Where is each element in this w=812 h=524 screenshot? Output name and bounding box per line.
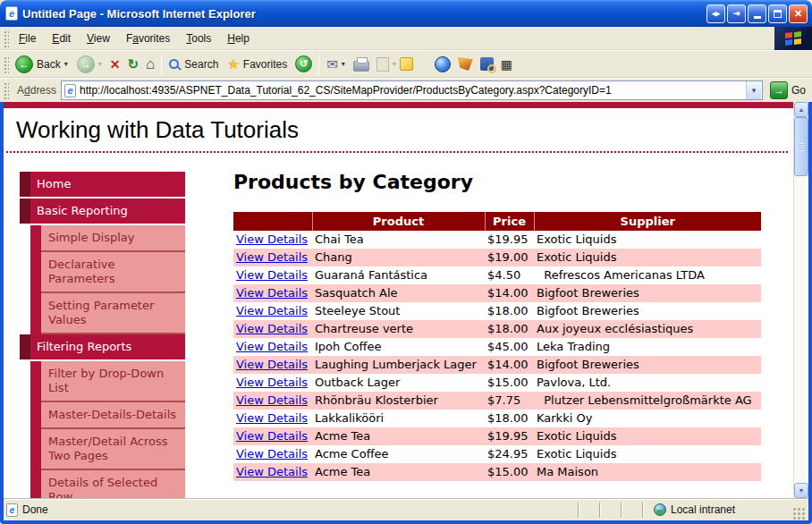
close-button[interactable]: ✕	[789, 4, 808, 23]
menu-help[interactable]: Help	[219, 29, 258, 48]
view-details-link[interactable]: View Details	[236, 411, 308, 425]
sidebar-item[interactable]: Basic Reporting	[20, 199, 185, 224]
address-input[interactable]: e http://localhost:4935/ASPNET_Data_Tuto…	[61, 80, 763, 100]
search-button[interactable]: Search	[165, 56, 223, 72]
sidebar-item[interactable]: Filter by Drop-Down List	[30, 361, 185, 402]
menu-edit[interactable]: Edit	[44, 29, 79, 48]
sidebar-item[interactable]: Setting Parameter Values	[30, 293, 185, 334]
scroll-up-button[interactable]: ▲	[794, 102, 808, 117]
table-row: View DetailsSteeleye Stout$18.00Bigfoot …	[233, 302, 761, 320]
window-title: Untitled Page - Microsoft Internet Explo…	[22, 7, 706, 21]
edit-button[interactable]	[373, 55, 393, 73]
back-button[interactable]: ← Back ▾	[11, 54, 72, 75]
sidebar-item[interactable]: Declarative Parameters	[30, 252, 185, 293]
product-cell: Acme Tea	[312, 427, 485, 445]
nav-edge	[30, 402, 41, 429]
nav-edge	[30, 225, 41, 252]
encoding-addon-button[interactable]: ▦	[497, 55, 516, 73]
status-text: Done	[22, 503, 48, 516]
view-details-link[interactable]: View Details	[236, 376, 308, 389]
title-extra-popout-button[interactable]: ⇥	[727, 4, 746, 23]
products-table: ProductPriceSupplier View DetailsChai Te…	[233, 212, 761, 481]
resize-grip[interactable]	[793, 508, 806, 520]
scrollbar-thumb[interactable]	[794, 117, 808, 176]
view-details-link[interactable]: View Details	[236, 250, 308, 264]
back-dropdown-icon[interactable]: ▾	[64, 60, 68, 68]
print-button[interactable]	[350, 55, 373, 73]
product-cell: Acme Tea	[312, 463, 485, 481]
go-button[interactable]: → Go	[767, 81, 808, 99]
view-details-link[interactable]: View Details	[236, 304, 308, 317]
menu-file[interactable]: File	[11, 29, 44, 48]
zone-label: Local intranet	[671, 503, 735, 516]
view-details-link[interactable]: View Details	[236, 465, 308, 478]
mail-button[interactable]: ✉ ▾	[322, 55, 350, 74]
refresh-button[interactable]: ↻	[123, 55, 142, 74]
view-details-link[interactable]: View Details	[236, 232, 308, 246]
view-details-link[interactable]: View Details	[236, 268, 308, 282]
supplier-cell: Exotic Liquids	[534, 231, 761, 249]
minimize-button[interactable]	[748, 4, 766, 23]
messenger-button[interactable]	[431, 55, 454, 74]
maximize-button[interactable]	[768, 4, 787, 23]
address-label: Address	[17, 84, 56, 97]
sidebar-item[interactable]: Master/Detail Across Two Pages	[30, 429, 185, 470]
product-cell: Steeleye Stout	[312, 302, 485, 320]
home-icon: ⌂	[146, 55, 155, 73]
nav-edge	[20, 334, 30, 359]
menu-favorites[interactable]: Favorites	[118, 29, 178, 48]
view-details-link[interactable]: View Details	[236, 286, 308, 300]
menu-bar: FileEditViewFavoritesToolsHelp	[0, 27, 812, 50]
table-row: View DetailsIpoh Coffee$45.00Leka Tradin…	[233, 338, 761, 356]
nav-edge	[30, 470, 41, 498]
menu-view[interactable]: View	[79, 29, 118, 48]
table-row: View DetailsLaughing Lumberjack Lager$14…	[233, 356, 761, 374]
sidebar-nav: HomeBasic ReportingSimple DisplayDeclara…	[20, 172, 185, 498]
nav-edge	[30, 361, 41, 402]
nav-label: Setting Parameter Values	[41, 293, 185, 334]
toolbar-grip-icon[interactable]	[3, 55, 9, 73]
address-dropdown-button[interactable]: ▾	[746, 81, 761, 99]
view-details-link[interactable]: View Details	[236, 447, 308, 461]
discuss-button[interactable]	[396, 55, 417, 72]
supplier-cell: Exotic Liquids	[534, 249, 761, 266]
site-title: Working with Data Tutorials	[16, 116, 793, 144]
price-cell: $18.00	[485, 410, 534, 427]
forward-button[interactable]: → ▾	[72, 54, 106, 75]
view-details-link[interactable]: View Details	[236, 340, 308, 353]
forward-dropdown-icon: ▾	[98, 60, 102, 68]
vertical-scrollbar[interactable]: ▲ ▼	[793, 102, 808, 498]
nav-label: Filter by Drop-Down List	[41, 361, 185, 402]
history-button[interactable]: ↺	[292, 54, 316, 74]
view-details-link[interactable]: View Details	[236, 393, 308, 407]
sidebar-item[interactable]: Home	[20, 172, 185, 197]
view-details-link[interactable]: View Details	[236, 429, 308, 443]
scrollbar-track[interactable]	[794, 176, 808, 483]
nav-label: Simple Display	[41, 225, 185, 252]
status-page-icon: e	[6, 503, 18, 517]
toolbar-grip-icon[interactable]	[3, 30, 9, 47]
view-details-link[interactable]: View Details	[236, 322, 308, 335]
price-cell: $19.00	[485, 249, 534, 266]
sidebar-item[interactable]: Simple Display	[30, 225, 185, 252]
menu-tools[interactable]: Tools	[178, 29, 219, 48]
favorites-button[interactable]: ★ Favorites	[223, 55, 292, 74]
sidebar-item[interactable]: Filtering Reports	[20, 334, 185, 359]
stop-button[interactable]: ✕	[106, 55, 124, 73]
nav-label: Details of Selected Row	[41, 470, 185, 498]
mail-dropdown-icon[interactable]: ▾	[342, 60, 345, 68]
column-header: Supplier	[534, 212, 761, 231]
view-details-link[interactable]: View Details	[236, 358, 308, 371]
scroll-down-button[interactable]: ▼	[794, 483, 808, 498]
sidebar-item[interactable]: Master-Details-Details	[30, 402, 185, 429]
address-bar: Address e http://localhost:4935/ASPNET_D…	[0, 78, 812, 102]
fox-addon-button[interactable]	[454, 55, 477, 72]
price-cell: $14.00	[485, 356, 534, 374]
home-button[interactable]: ⌂	[142, 54, 158, 75]
favorites-label: Favorites	[243, 58, 287, 71]
toolbar-grip-icon[interactable]	[3, 81, 9, 99]
title-extra-arrows-button[interactable]: ◂▸	[706, 4, 725, 23]
supplier-cell: Exotic Liquids	[534, 427, 761, 445]
research-button[interactable]	[477, 55, 497, 72]
sidebar-item[interactable]: Details of Selected Row	[30, 470, 185, 498]
